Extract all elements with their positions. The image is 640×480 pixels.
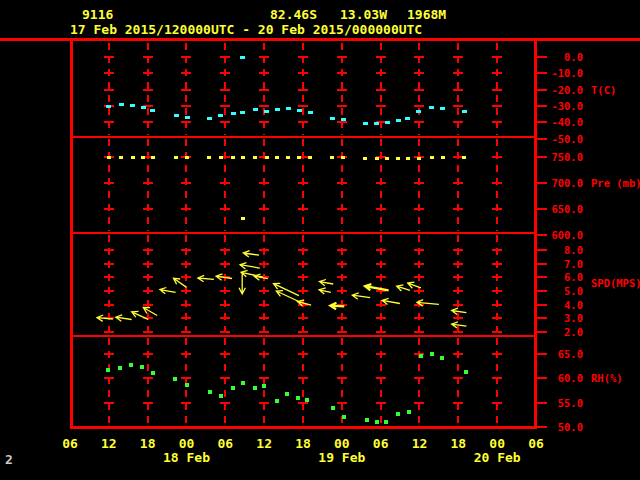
wind-arrow bbox=[365, 284, 389, 290]
wind-arrow bbox=[216, 274, 232, 280]
wind-arrow bbox=[417, 300, 439, 306]
wind-arrow bbox=[254, 274, 268, 280]
wind-arrow bbox=[240, 263, 260, 269]
wind-arrow bbox=[243, 251, 259, 257]
meteogram-screen: 9116 82.46S 13.03W 1968M 17 Feb 2015/120… bbox=[0, 0, 640, 480]
wind-arrow bbox=[274, 283, 299, 295]
wind-arrow bbox=[452, 322, 467, 328]
wind-arrow bbox=[198, 275, 214, 281]
wind-arrow bbox=[143, 308, 157, 316]
wind-arrow bbox=[241, 270, 263, 277]
wind-arrow bbox=[276, 291, 300, 302]
wind-arrow bbox=[174, 278, 187, 287]
wind-arrow bbox=[160, 288, 176, 294]
wind-arrow bbox=[352, 293, 370, 299]
wind-arrow bbox=[132, 311, 148, 319]
wind-arrow bbox=[382, 298, 400, 304]
wind-arrow bbox=[397, 285, 410, 291]
wind-arrow bbox=[408, 282, 421, 288]
wind-arrow bbox=[97, 315, 113, 321]
wind-arrow bbox=[452, 308, 467, 314]
wind-arrow bbox=[330, 303, 344, 309]
wind-arrow-layer bbox=[0, 0, 640, 480]
wind-arrow bbox=[298, 300, 312, 306]
page-number: 2 bbox=[5, 452, 13, 467]
wind-arrow bbox=[319, 288, 331, 294]
wind-arrow bbox=[116, 315, 132, 321]
wind-arrow bbox=[319, 280, 333, 286]
